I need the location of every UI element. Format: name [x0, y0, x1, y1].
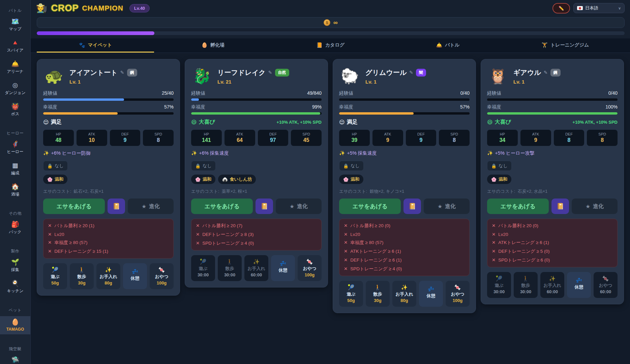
- requirement-line: ✕ バトル勝利 ≥ 20 (0): [492, 223, 613, 229]
- care-action-button[interactable]: 🚶 散歩 30g: [70, 263, 94, 289]
- exp-label: 経験値: [487, 90, 501, 96]
- tab[interactable]: 🛎️ バトル: [389, 38, 506, 53]
- care-action-button[interactable]: 🎾 遊ぶ 50g: [339, 281, 363, 307]
- sidebar-item-label: ペット: [9, 307, 22, 313]
- care-action-button[interactable]: 🎾 遊ぶ 30:00: [487, 272, 511, 298]
- care-action-button[interactable]: 🍬 おやつ 100g: [446, 281, 470, 307]
- evolve-button[interactable]: ★ 進化: [572, 199, 618, 214]
- tab-label: カタログ: [325, 42, 344, 48]
- care-action-button[interactable]: 🚶 散歩 30:00: [514, 272, 538, 298]
- lock-icon: 🔒: [47, 163, 53, 169]
- sidebar-item[interactable]: ▦ 編成: [0, 161, 30, 177]
- care-action-button[interactable]: 🚶 散歩 30g: [366, 281, 390, 307]
- care-action-button[interactable]: 🍬 おやつ 100g: [150, 263, 174, 289]
- journal-button[interactable]: 📔: [403, 199, 421, 214]
- sidebar-item[interactable]: 🛸 飛空艇: [0, 356, 30, 364]
- tab[interactable]: 🥚 孵化場: [154, 38, 271, 53]
- happiness-bar-fill: [339, 112, 414, 115]
- care-action-button[interactable]: 🎾 遊ぶ 30:00: [191, 255, 215, 281]
- sidebar-item[interactable]: 🏠 酒場: [0, 182, 30, 198]
- sidebar-item[interactable]: 🍳 キッチン: [0, 279, 30, 295]
- sidebar-item[interactable]: 🛎️ アリーナ: [0, 60, 30, 75]
- care-action-cost: 80g: [104, 280, 112, 285]
- cross-icon: ✕: [344, 266, 348, 271]
- rename-pencil-icon[interactable]: ✎: [544, 70, 548, 75]
- stat-value: 8: [143, 137, 174, 143]
- tab[interactable]: 🏋️ トレーニングジム: [507, 38, 624, 53]
- sidebar-item[interactable]: 🥚 TAMAGO: [0, 316, 30, 334]
- journal-button[interactable]: 📔: [256, 199, 273, 214]
- care-action-button[interactable]: 🚶 散歩 30:00: [218, 255, 242, 281]
- perk-text: +5% ヒーロー攻撃: [495, 150, 534, 156]
- sidebar-item[interactable]: ◎ ダンジョン: [0, 81, 30, 97]
- care-action-button[interactable]: 💤 休憩: [567, 272, 591, 298]
- care-action-button[interactable]: ✨ お手入れ 80g: [96, 263, 120, 289]
- sidebar-item[interactable]: 🗺️ マップ: [0, 17, 30, 33]
- care-action-icon: 🚶: [227, 259, 233, 265]
- care-action-button[interactable]: 🍬 おやつ 100g: [298, 255, 322, 281]
- rename-pencil-icon[interactable]: ✎: [409, 70, 413, 75]
- care-action-button[interactable]: ✨ お手入れ 60:00: [540, 272, 564, 298]
- feed-cost-value: 穀物×2, キノコ×1: [369, 189, 404, 194]
- feed-button[interactable]: エサをあげる: [191, 199, 253, 214]
- stat-value: 10: [77, 137, 107, 143]
- happiness-label: 幸福度: [43, 104, 57, 110]
- care-action-button[interactable]: 💤 休憩: [419, 281, 443, 307]
- sidebar-item-label: バトル: [9, 8, 22, 13]
- feed-button[interactable]: エサをあげる: [487, 199, 549, 214]
- stat-box: ATK 64: [224, 130, 255, 146]
- journal-button[interactable]: 📔: [551, 199, 569, 214]
- evolution-requirements: ✕ バトル勝利 ≥ 20 (0) ✕ Lv20 ✕ 幸福度 ≥ 80 (57) …: [339, 219, 470, 276]
- care-action-cost: 60:00: [547, 289, 558, 294]
- care-action-icon: ✨: [253, 259, 260, 265]
- journal-button[interactable]: 📔: [108, 199, 125, 214]
- evolve-button[interactable]: ★ 進化: [424, 199, 470, 214]
- rename-pencil-icon[interactable]: ✎: [268, 70, 272, 75]
- care-action-cost: 60:00: [251, 272, 262, 277]
- equipment-slot[interactable]: 🔒 なし: [487, 161, 512, 171]
- equipment-slot[interactable]: 🔒 なし: [339, 161, 364, 171]
- sidebar-item[interactable]: 👹 ボス: [0, 102, 30, 118]
- language-selector[interactable]: 日本語 ∨: [573, 3, 625, 13]
- notebook-icon: 📔: [409, 203, 416, 210]
- sidebar-item[interactable]: 🎒 パック: [0, 220, 30, 236]
- edit-mode-button[interactable]: ✏️: [552, 3, 570, 13]
- element-type-badge: 闇: [416, 69, 426, 77]
- rename-pencil-icon[interactable]: ✎: [120, 70, 124, 75]
- tab-label: 孵化場: [210, 42, 224, 48]
- evolve-button[interactable]: ★ 進化: [128, 199, 174, 214]
- care-action-button[interactable]: ✨ お手入れ 60:00: [244, 255, 268, 281]
- main-area: 🧑‍🌾 CROP CHAMPION Lv.40 ✏️ 日本語 ∨ $ ∞: [31, 0, 630, 364]
- care-action-button[interactable]: 💤 休憩: [123, 263, 147, 289]
- sidebar-item-label: 製作: [11, 248, 20, 254]
- exp-label: 経験値: [191, 90, 205, 96]
- equipment-slot[interactable]: 🔒 なし: [43, 161, 68, 171]
- mood-status: 😄 大喜び: [191, 119, 215, 126]
- equipment-slot[interactable]: 🔒 なし: [191, 161, 216, 171]
- care-action-button[interactable]: ✨ お手入れ 80g: [392, 281, 416, 307]
- requirement-line: ✕ バトル勝利 ≥ 20 (0): [344, 223, 465, 229]
- pet-card: 🐢 アイアントート ✎ 鋼 Lv. 1 経験値 25/40 幸福度 57%: [37, 59, 180, 296]
- care-action-button[interactable]: 💤 休憩: [271, 255, 295, 281]
- care-actions: 🎾 遊ぶ 30:00 🚶 散歩 30:00 ✨ お手入れ 60:00: [487, 272, 618, 298]
- care-actions: 🎾 遊ぶ 30:00 🚶 散歩 30:00 ✨ お手入れ 60:00: [191, 255, 322, 281]
- feed-button[interactable]: エサをあげる: [43, 199, 105, 214]
- requirement-line: ✕ ATKトレーニング ≥ 6 (1): [344, 248, 465, 254]
- sidebar-item[interactable]: 🔺 スパイア: [0, 38, 30, 54]
- trait-icon: 🌸: [491, 177, 497, 182]
- trait-icon: 🌸: [343, 177, 349, 182]
- sidebar-item[interactable]: 🦸 ヒーロー: [0, 140, 30, 156]
- tab[interactable]: 📙 カタログ: [272, 38, 389, 53]
- feed-cost: エサのコスト:薬草×2, 根×1: [191, 188, 322, 194]
- pet-name-row: アイアントート ✎ 鋼: [69, 68, 137, 77]
- evolve-button[interactable]: ★ 進化: [276, 199, 322, 214]
- care-action-label: おやつ: [451, 291, 464, 297]
- care-action-label: 休憩: [575, 284, 583, 290]
- sidebar-item[interactable]: 🌱 採集: [0, 258, 30, 274]
- sparkles-icon: ✨: [191, 150, 197, 156]
- care-action-button[interactable]: 🍬 おやつ 60:00: [594, 272, 618, 298]
- care-action-button[interactable]: 🎾 遊ぶ 50g: [43, 263, 67, 289]
- feed-button[interactable]: エサをあげる: [339, 199, 401, 214]
- tab[interactable]: 🐾 マイペット: [37, 38, 154, 53]
- passive-perk: ✨+6% ヒーロー防御: [43, 150, 174, 156]
